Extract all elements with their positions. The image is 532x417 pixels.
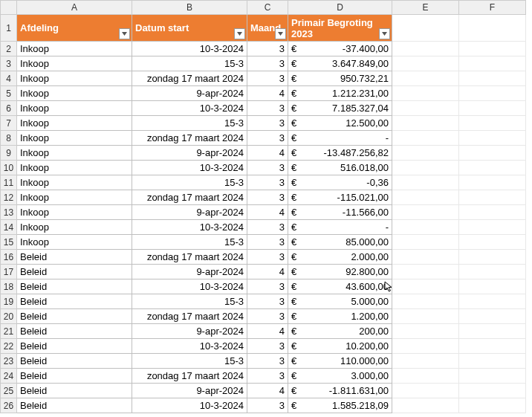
col-header-A[interactable]: A: [17, 1, 132, 15]
cell-afdeling[interactable]: Inkoop: [17, 146, 132, 161]
empty-cell[interactable]: [392, 279, 459, 294]
cell-afdeling[interactable]: Inkoop: [17, 205, 132, 220]
empty-cell[interactable]: [459, 175, 526, 190]
cell-afdeling[interactable]: Inkoop: [17, 190, 132, 205]
cell-bedrag[interactable]: €950.732,21: [288, 71, 392, 86]
empty-cell[interactable]: [392, 384, 459, 398]
row-header[interactable]: 18: [1, 279, 17, 294]
cell-maand[interactable]: 3: [247, 175, 288, 190]
empty-cell[interactable]: [392, 175, 459, 190]
cell-bedrag[interactable]: €1.585.218,09: [288, 398, 392, 413]
cell-maand[interactable]: 4: [247, 205, 288, 220]
empty-cell[interactable]: [392, 339, 459, 354]
cell-bedrag[interactable]: €-0,36: [288, 175, 392, 190]
header-cell-C[interactable]: Maand: [247, 15, 288, 42]
filter-dropdown-icon[interactable]: [379, 28, 390, 39]
cell-bedrag[interactable]: €-37.400,00: [288, 42, 392, 56]
row-header[interactable]: 4: [1, 71, 17, 86]
cell-maand[interactable]: 3: [247, 101, 288, 116]
cell-afdeling[interactable]: Beleid: [17, 294, 132, 309]
row-header[interactable]: 14: [1, 220, 17, 235]
empty-cell[interactable]: [392, 398, 459, 413]
cell-bedrag[interactable]: €3.000,00: [288, 369, 392, 384]
cell-datum[interactable]: zondag 17 maart 2024: [132, 369, 247, 384]
empty-cell[interactable]: [392, 294, 459, 309]
cell-afdeling[interactable]: Inkoop: [17, 161, 132, 175]
spreadsheet-grid[interactable]: A B C D E F 1AfdelingDatum startMaandPri…: [0, 0, 526, 413]
row-header[interactable]: 2: [1, 42, 17, 56]
header-cell-D[interactable]: Primair Begroting 2023: [288, 15, 392, 42]
cell-datum[interactable]: 10-3-2024: [132, 398, 247, 413]
cell-maand[interactable]: 3: [247, 235, 288, 250]
cell-bedrag[interactable]: €-1.811.631,00: [288, 384, 392, 398]
cell-datum[interactable]: 15-3: [132, 235, 247, 250]
empty-cell[interactable]: [459, 116, 526, 131]
empty-cell[interactable]: [392, 205, 459, 220]
filter-dropdown-icon[interactable]: [234, 28, 245, 39]
row-header[interactable]: 22: [1, 339, 17, 354]
row-header[interactable]: 19: [1, 294, 17, 309]
empty-cell[interactable]: [392, 116, 459, 131]
cell-maand[interactable]: 3: [247, 250, 288, 265]
cell-datum[interactable]: zondag 17 maart 2024: [132, 309, 247, 324]
empty-cell[interactable]: [392, 56, 459, 71]
cell-maand[interactable]: 3: [247, 131, 288, 146]
cell-afdeling[interactable]: Beleid: [17, 250, 132, 265]
cell-afdeling[interactable]: Inkoop: [17, 71, 132, 86]
filter-dropdown-icon[interactable]: [119, 28, 130, 39]
cell-maand[interactable]: 3: [247, 369, 288, 384]
cell-afdeling[interactable]: Inkoop: [17, 86, 132, 101]
cell-bedrag[interactable]: €7.185.327,04: [288, 101, 392, 116]
cell-datum[interactable]: zondag 17 maart 2024: [132, 250, 247, 265]
cell-maand[interactable]: 3: [247, 56, 288, 71]
empty-cell[interactable]: [459, 324, 526, 339]
row-header[interactable]: 11: [1, 175, 17, 190]
select-all-corner[interactable]: [1, 1, 17, 15]
cell-afdeling[interactable]: Inkoop: [17, 235, 132, 250]
cell-bedrag[interactable]: €-13.487.256,82: [288, 146, 392, 161]
cell-maand[interactable]: 3: [247, 339, 288, 354]
row-header[interactable]: 17: [1, 265, 17, 279]
cell-datum[interactable]: 10-3-2024: [132, 339, 247, 354]
cell-maand[interactable]: 3: [247, 220, 288, 235]
row-header[interactable]: 16: [1, 250, 17, 265]
row-header[interactable]: 5: [1, 86, 17, 101]
cell-datum[interactable]: 9-apr-2024: [132, 86, 247, 101]
cell-datum[interactable]: 9-apr-2024: [132, 205, 247, 220]
empty-cell[interactable]: [459, 294, 526, 309]
col-header-F[interactable]: F: [459, 1, 526, 15]
cell-maand[interactable]: 3: [247, 161, 288, 175]
row-header[interactable]: 13: [1, 205, 17, 220]
cell-afdeling[interactable]: Inkoop: [17, 175, 132, 190]
cell-bedrag[interactable]: €43.600,00: [288, 279, 392, 294]
empty-cell[interactable]: [459, 398, 526, 413]
cell-datum[interactable]: 9-apr-2024: [132, 384, 247, 398]
row-header[interactable]: 1: [1, 15, 17, 42]
header-cell-A[interactable]: Afdeling: [17, 15, 132, 42]
cell-maand[interactable]: 3: [247, 279, 288, 294]
cell-bedrag[interactable]: €-11.566,00: [288, 205, 392, 220]
empty-cell[interactable]: [392, 42, 459, 56]
cell-bedrag[interactable]: €2.000,00: [288, 250, 392, 265]
cell-maand[interactable]: 4: [247, 324, 288, 339]
row-header[interactable]: 10: [1, 161, 17, 175]
cell-bedrag[interactable]: €92.800,00: [288, 265, 392, 279]
cell-afdeling[interactable]: Inkoop: [17, 220, 132, 235]
row-header[interactable]: 6: [1, 101, 17, 116]
cell-datum[interactable]: 15-3: [132, 354, 247, 369]
col-header-B[interactable]: B: [132, 1, 247, 15]
cell-datum[interactable]: 9-apr-2024: [132, 324, 247, 339]
cell-maand[interactable]: 3: [247, 354, 288, 369]
empty-cell[interactable]: [459, 86, 526, 101]
cell-maand[interactable]: 3: [247, 294, 288, 309]
cell-afdeling[interactable]: Beleid: [17, 309, 132, 324]
empty-cell[interactable]: [459, 384, 526, 398]
empty-cell[interactable]: [392, 220, 459, 235]
empty-cell[interactable]: [459, 279, 526, 294]
empty-cell[interactable]: [459, 101, 526, 116]
empty-cell[interactable]: [392, 131, 459, 146]
cell-datum[interactable]: 10-3-2024: [132, 101, 247, 116]
row-header[interactable]: 3: [1, 56, 17, 71]
cell-bedrag[interactable]: €12.500,00: [288, 116, 392, 131]
cell-datum[interactable]: 10-3-2024: [132, 279, 247, 294]
